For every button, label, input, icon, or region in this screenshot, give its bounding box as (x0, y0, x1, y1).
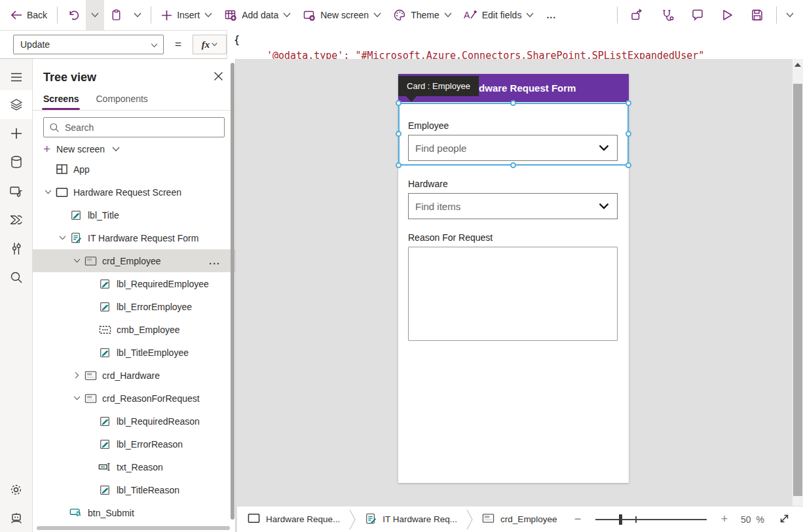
chevron-down-icon (112, 147, 120, 152)
plus-icon: + (43, 143, 50, 155)
zoom-slider[interactable] (595, 514, 707, 525)
data-icon[interactable] (0, 148, 32, 177)
new-screen-button[interactable]: New screen (297, 0, 387, 30)
tree-item[interactable]: Hardware Request Screen (33, 181, 235, 204)
app-checker-button[interactable] (652, 0, 682, 30)
variables-icon[interactable] (0, 234, 32, 263)
chevron-down-icon (373, 12, 381, 18)
breadcrumb-form[interactable]: IT Hardware Req... (356, 512, 466, 527)
search-rail-icon[interactable] (0, 263, 32, 292)
tree-tabs: Screens Components (33, 90, 235, 111)
share-button[interactable] (622, 0, 652, 30)
tree-horizontal-scrollbar[interactable] (37, 526, 230, 530)
zoom-out-button[interactable]: − (568, 512, 588, 526)
tree-item-label: crd_Employee (102, 256, 161, 266)
tree-item-label: Hardware Request Screen (73, 187, 181, 198)
menu-icon[interactable] (0, 63, 32, 92)
property-dropdown[interactable]: Update (13, 35, 164, 54)
canvas-scrollbar-thumb[interactable] (793, 84, 802, 496)
tree-item[interactable]: lbl_TitleEmployee (33, 341, 235, 364)
back-button[interactable]: Back (0, 0, 53, 30)
undo-button[interactable] (62, 0, 86, 30)
tree-item[interactable]: App (33, 158, 235, 181)
tree-item[interactable]: cmb_Employee (33, 318, 235, 341)
chevron-down-icon[interactable] (69, 258, 84, 263)
insert-plus-icon (161, 10, 172, 21)
hardware-combobox[interactable]: Find items (408, 193, 618, 219)
zoom-in-button[interactable]: + (715, 512, 734, 526)
tree-item[interactable]: crd_ReasonForRequest (33, 387, 235, 410)
toolbar-divider (617, 7, 618, 24)
zoom-slider-thumb[interactable] (619, 514, 622, 525)
tree-vertical-scrollbar[interactable] (231, 63, 234, 520)
reason-textarea[interactable] (408, 247, 618, 341)
insert-rail-icon[interactable] (0, 119, 32, 148)
formula-editor[interactable]: { '@odata.type': "#Microsoft.Azure.Conne… (227, 30, 803, 59)
media-icon[interactable] (0, 177, 32, 205)
tree-item[interactable]: IT Hardware Request Form (33, 226, 235, 249)
scroll-up-arrow-icon[interactable] (794, 63, 801, 67)
comments-icon (691, 9, 704, 22)
tree-view-title: Tree view (43, 71, 96, 84)
tree-item-label: lbl_TitleReason (117, 485, 179, 495)
edit-fields-button[interactable]: A Edit fields (458, 0, 540, 30)
chevron-down-icon (212, 43, 217, 46)
tree-view-icon[interactable] (0, 90, 32, 119)
tree-item[interactable]: lbl_ErrorReason (33, 433, 235, 455)
expand-icon (779, 513, 790, 524)
employee-combobox[interactable]: Find people (408, 135, 618, 161)
breadcrumb-card[interactable]: crd_Employee (473, 513, 566, 525)
canvas-vertical-scrollbar[interactable] (793, 59, 803, 506)
tree-item[interactable]: lbl_Title (33, 204, 235, 226)
chevron-down-icon[interactable] (41, 190, 55, 194)
save-button[interactable] (742, 0, 772, 30)
undo-dropdown-button[interactable] (86, 0, 104, 30)
tree-item-menu-button[interactable]: ... (209, 256, 221, 266)
close-icon[interactable] (214, 71, 223, 84)
tree-item[interactable]: lbl_TitleReason (33, 478, 235, 501)
new-screen-tree-button[interactable]: + New screen (43, 143, 235, 155)
tree-item[interactable]: lbl_RequiredReason (33, 410, 235, 433)
form-icon (365, 512, 377, 527)
preview-button[interactable] (713, 0, 742, 30)
zoom-percentage: 50 % (741, 514, 764, 525)
tree-item-label: cmb_Employee (117, 325, 180, 335)
card-icon (482, 513, 495, 525)
tree-item[interactable]: crd_Employee... (33, 249, 235, 272)
settings-gear-icon[interactable] (0, 475, 32, 504)
breadcrumb-screen[interactable]: Hardware Reque... (237, 513, 349, 525)
tree-item[interactable]: btn_Submit (33, 501, 235, 524)
chevron-right-icon[interactable] (69, 372, 84, 379)
fit-to-window-button[interactable] (775, 513, 794, 526)
tab-screens[interactable]: Screens (43, 94, 79, 110)
chevron-down-icon (526, 12, 534, 18)
comments-button[interactable] (682, 0, 713, 30)
preview-play-icon (721, 9, 734, 22)
power-automate-icon[interactable] (0, 205, 32, 234)
add-data-button[interactable]: Add data (218, 0, 297, 30)
tree-item[interactable]: crd_Hardware (33, 364, 235, 387)
insert-button[interactable]: Insert (155, 0, 218, 30)
breadcrumb-label: crd_Employee (500, 514, 557, 524)
paste-button[interactable] (104, 0, 128, 30)
tree-item[interactable]: txt_Reason (33, 455, 235, 478)
theme-button[interactable]: Theme (387, 0, 458, 30)
zoom-slider-tick (635, 516, 637, 523)
tree-item-label: IT Hardware Request Form (88, 233, 198, 243)
chevron-down-icon[interactable] (69, 396, 84, 400)
label-icon (98, 438, 111, 451)
tab-components[interactable]: Components (96, 94, 147, 110)
card-icon (84, 255, 97, 268)
paste-dropdown-button[interactable] (128, 0, 147, 30)
virtual-agent-icon[interactable] (0, 504, 32, 532)
tree-item[interactable]: lbl_RequiredEmployee (33, 272, 235, 295)
fx-dropdown[interactable]: fx (193, 35, 227, 54)
collapse-ribbon-button[interactable] (781, 0, 803, 30)
button-icon (69, 506, 83, 520)
toolbar-overflow-button[interactable]: ... (540, 0, 563, 30)
label-icon (98, 346, 111, 359)
tree-item[interactable]: lbl_ErrorEmployee (33, 295, 235, 318)
search-input[interactable] (65, 122, 219, 133)
chevron-down-icon[interactable] (55, 236, 69, 240)
form-control[interactable]: IT Hardware Request Form Employee Find p… (398, 74, 629, 483)
